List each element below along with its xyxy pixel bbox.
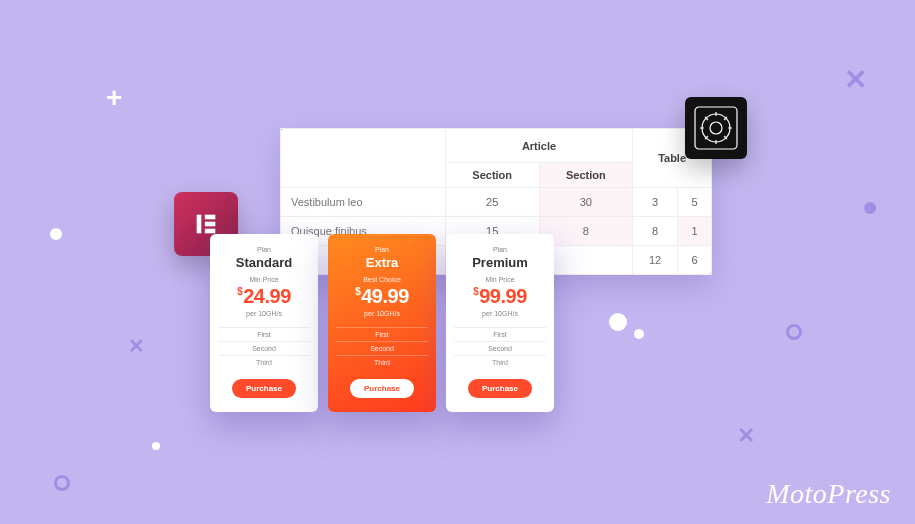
best-choice-label: Best Choice <box>336 276 428 283</box>
x-icon: ✕ <box>128 336 145 356</box>
purchase-button[interactable]: Purchase <box>468 379 532 398</box>
plan-price: $24.99 <box>218 285 310 308</box>
svg-rect-0 <box>197 215 202 234</box>
feature-item: Second <box>454 341 546 355</box>
per-label: per 10GH/s <box>454 310 546 317</box>
feature-item: First <box>218 327 310 341</box>
plan-price: $49.99 <box>336 285 428 308</box>
feature-item: Second <box>336 341 428 355</box>
purchase-button[interactable]: Purchase <box>232 379 296 398</box>
plan-price: $99.99 <box>454 285 546 308</box>
feature-item: Third <box>218 355 310 369</box>
plan-name: Standard <box>218 255 310 270</box>
table-subheader: Section <box>445 163 539 188</box>
min-price-label: Min Price <box>454 276 546 283</box>
feature-item: Third <box>454 355 546 369</box>
min-price-label: Min Price <box>218 276 310 283</box>
svg-point-6 <box>710 122 722 134</box>
pricing-card-standard: Plan Standard Min Price $24.99 per 10GH/… <box>210 234 318 412</box>
per-label: per 10GH/s <box>218 310 310 317</box>
ring-icon <box>786 324 802 340</box>
svg-rect-1 <box>205 215 216 220</box>
purchase-button[interactable]: Purchase <box>350 379 414 398</box>
x-icon: ✕ <box>737 425 755 447</box>
table-subheader: Section <box>539 163 633 188</box>
plan-label: Plan <box>218 246 310 253</box>
x-icon: ✕ <box>844 66 867 94</box>
dot-icon <box>609 313 627 331</box>
dot-icon <box>864 202 876 214</box>
pricing-card-extra: Plan Extra Best Choice $49.99 per 10GH/s… <box>328 234 436 412</box>
dot-icon <box>50 228 62 240</box>
feature-item: First <box>454 327 546 341</box>
feature-item: First <box>336 327 428 341</box>
dot-icon <box>634 329 644 339</box>
plan-label: Plan <box>336 246 428 253</box>
per-label: per 10GH/s <box>336 310 428 317</box>
feature-item: Second <box>218 341 310 355</box>
table-header-article: Article <box>445 129 632 163</box>
pricing-cards: Plan Standard Min Price $24.99 per 10GH/… <box>210 234 554 412</box>
plan-label: Plan <box>454 246 546 253</box>
plan-name: Premium <box>454 255 546 270</box>
svg-rect-3 <box>205 229 216 234</box>
svg-rect-2 <box>205 222 216 227</box>
pricing-card-premium: Plan Premium Min Price $99.99 per 10GH/s… <box>446 234 554 412</box>
feature-item: Third <box>336 355 428 369</box>
plan-name: Extra <box>336 255 428 270</box>
plus-icon: + <box>106 84 122 112</box>
dot-icon <box>152 442 160 450</box>
table-row: Vestibulum leo 25 30 3 5 <box>281 188 712 217</box>
brand-logo: MotoPress <box>766 478 891 510</box>
gutenberg-icon <box>685 97 747 159</box>
ring-icon <box>54 475 70 491</box>
